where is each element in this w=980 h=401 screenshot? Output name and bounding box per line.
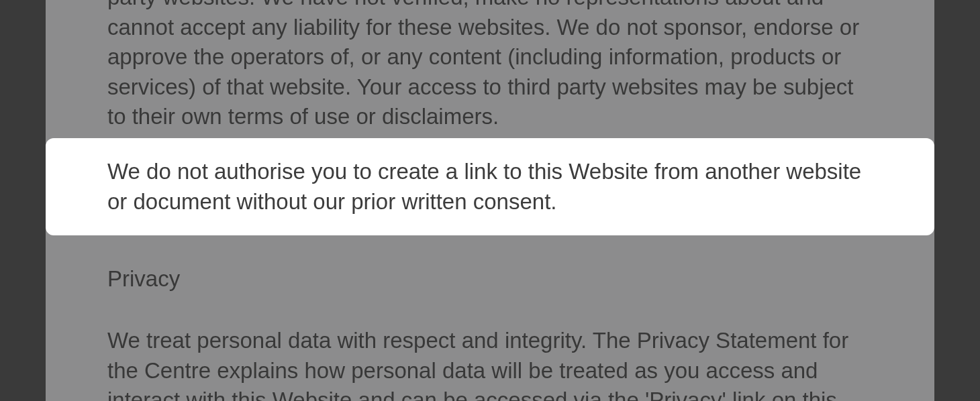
privacy-body-paragraph: We treat personal data with respect and … — [107, 326, 873, 401]
highlighted-paragraph-window: We do not authorise you to create a link… — [46, 138, 934, 235]
links-disclaimer-paragraph: party websites. We have not verified, ma… — [107, 0, 873, 132]
privacy-heading: Privacy — [107, 264, 873, 294]
link-authorisation-paragraph: We do not authorise you to create a link… — [107, 157, 873, 217]
